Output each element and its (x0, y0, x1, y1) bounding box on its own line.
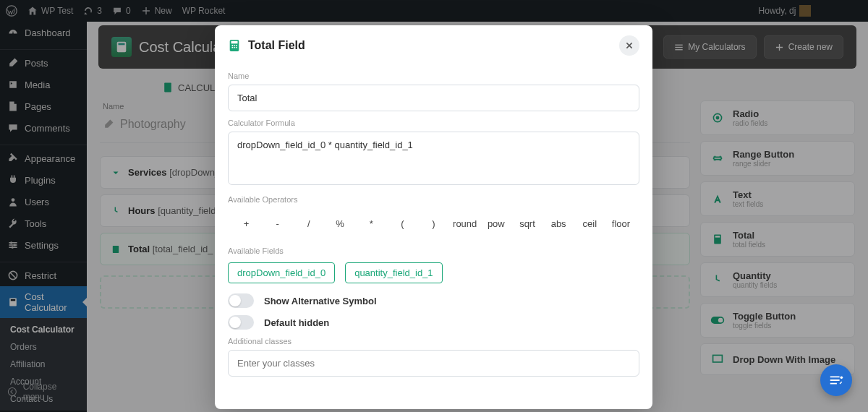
operator-+[interactable]: + (231, 213, 262, 235)
operator-*[interactable]: * (356, 213, 387, 235)
calculator-icon (228, 39, 241, 52)
available-fields-label: Available Fields (228, 246, 639, 255)
svg-point-31 (231, 47, 233, 48)
help-fab[interactable] (820, 364, 852, 396)
operator-sqrt[interactable]: sqrt (511, 213, 542, 235)
field-chips: dropDown_field_id_0quantity_field_id_1 (228, 259, 639, 286)
operator-ceil[interactable]: ceil (574, 213, 605, 235)
operator-pow[interactable]: pow (480, 213, 511, 235)
svg-point-34 (841, 377, 843, 379)
operator--[interactable]: - (262, 213, 293, 235)
total-field-modal: Total Field Name Calculator Formula Avai… (215, 25, 652, 409)
name-field-label: Name (228, 72, 639, 80)
svg-point-28 (231, 45, 233, 46)
svg-rect-27 (231, 41, 238, 44)
show-alt-symbol-label: Show Alternative Symbol (264, 296, 377, 306)
operator-abs[interactable]: abs (543, 213, 574, 235)
svg-point-32 (234, 47, 235, 48)
modal-title: Total Field (228, 39, 305, 52)
close-button[interactable] (619, 35, 639, 56)
operator-floor[interactable]: floor (605, 213, 637, 235)
operator-)[interactable]: ) (418, 213, 449, 235)
svg-point-29 (234, 45, 235, 46)
svg-point-33 (236, 47, 237, 48)
operators-row: +-/%*()roundpowsqrtabsceilfloor (228, 208, 639, 239)
operator-([interactable]: ( (387, 213, 418, 235)
operator-/[interactable]: / (293, 213, 324, 235)
default-hidden-toggle[interactable] (228, 315, 254, 330)
default-hidden-label: Default hidden (264, 317, 329, 328)
operator-%[interactable]: % (324, 213, 355, 235)
operators-label: Available Operators (228, 195, 639, 204)
operator-round[interactable]: round (449, 213, 480, 235)
svg-point-30 (236, 45, 237, 46)
formula-label: Calculator Formula (228, 119, 639, 127)
formula-textarea[interactable] (228, 132, 639, 185)
field-chip[interactable]: dropDown_field_id_0 (228, 262, 335, 283)
show-alt-symbol-toggle[interactable] (228, 293, 254, 308)
name-input[interactable] (228, 85, 639, 111)
classes-input[interactable] (228, 350, 639, 377)
field-chip[interactable]: quantity_field_id_1 (345, 262, 442, 283)
additional-classes-label: Additional classes (228, 337, 639, 346)
